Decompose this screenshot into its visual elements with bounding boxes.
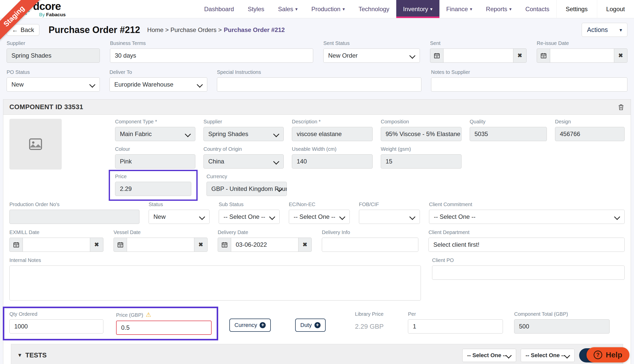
ec-non-ec-select[interactable]: -- Select One --	[289, 210, 350, 224]
nav-settings[interactable]: Settings	[556, 0, 597, 18]
per-input[interactable]: 1	[408, 319, 503, 334]
clear-icon[interactable]: ✖	[513, 48, 527, 63]
client-commitment-select[interactable]: -- Select One --	[429, 210, 625, 224]
nav-inventory-active[interactable]: Inventory▾	[396, 0, 439, 18]
per-label: Per	[408, 311, 503, 317]
clear-icon[interactable]: ✖	[614, 48, 627, 63]
exmill-date-input[interactable]	[23, 238, 90, 252]
nav-logout[interactable]: Logout	[597, 0, 634, 18]
image-icon	[28, 136, 43, 152]
po-status-select[interactable]: New	[7, 77, 100, 92]
special-instructions-input[interactable]	[217, 77, 421, 92]
price-gbp-input[interactable]: 0.5	[116, 321, 212, 335]
component-money-row: Qty Ordered 1000 Price (GBP)⚠ 0.5 Curren…	[9, 311, 625, 335]
country-of-origin-field: Country of Origin China	[203, 146, 284, 169]
notes-to-supplier-field: Notes to Supplier	[431, 69, 627, 92]
internal-notes-label: Internal Notes	[9, 257, 421, 263]
delivery-date-input[interactable]: 03-06-2022	[231, 238, 298, 252]
sent-status-field: Sent Status New Order	[323, 40, 420, 63]
calendar-icon[interactable]	[114, 238, 127, 252]
vessel-date-input[interactable]	[127, 238, 194, 252]
sub-status-select[interactable]: -- Select One --	[219, 210, 280, 224]
component-image-placeholder[interactable]	[9, 119, 62, 170]
description-field: Description * viscose elastane	[292, 119, 373, 141]
price-gbp-label: Price (GBP)⚠	[116, 311, 212, 318]
reissue-date-input[interactable]	[550, 48, 614, 63]
calendar-icon[interactable]	[430, 48, 443, 63]
quality-input: 5035	[470, 127, 547, 141]
sent-label: Sent	[430, 40, 527, 46]
help-button[interactable]: ? Help	[587, 347, 629, 362]
calendar-icon[interactable]	[537, 48, 550, 63]
clear-icon[interactable]: ✖	[90, 238, 103, 252]
sent-date-input[interactable]	[443, 48, 513, 63]
caret-down-icon: ▾	[430, 6, 433, 12]
internal-notes-field: Internal Notes	[9, 257, 421, 301]
client-po-field: Client PO	[432, 257, 625, 301]
notes-to-supplier-input[interactable]	[431, 77, 627, 92]
notes-to-supplier-label: Notes to Supplier	[431, 69, 627, 75]
plus-icon: +	[314, 322, 321, 328]
description-label: Description *	[292, 119, 373, 125]
question-mark-icon: ?	[594, 351, 602, 359]
tests-section: ▼ TESTS -- Select One -- -- Select One -…	[11, 344, 623, 364]
status-select[interactable]: New	[149, 210, 210, 224]
design-input: 456766	[555, 127, 625, 141]
client-department-input[interactable]: Select client first!	[429, 238, 625, 252]
price-input: 2.29	[115, 182, 191, 196]
calendar-icon[interactable]	[218, 238, 231, 252]
nav-styles[interactable]: Styles	[241, 0, 271, 18]
po-form-row-1: Supplier Spring Shades Business Terms 30…	[7, 40, 627, 63]
sub-status-label: Sub Status	[219, 202, 280, 207]
duty-add-button[interactable]: Duty +	[295, 319, 325, 332]
duty-button-col: Duty +	[295, 311, 325, 332]
supplier-input: Spring Shades	[7, 48, 100, 63]
fob-cif-label: FOB/CIF	[359, 202, 420, 207]
nav-technology[interactable]: Technology	[352, 0, 396, 18]
nav-dashboard[interactable]: Dashboard	[197, 0, 241, 18]
business-terms-input[interactable]: 30 days	[110, 48, 313, 63]
delivery-info-field: Delivery Info	[322, 229, 418, 252]
deliver-to-field: Deliver To Europride Warehouse	[109, 69, 207, 92]
actions-dropdown-button[interactable]: Actions ▾	[582, 23, 627, 37]
deliver-to-select[interactable]: Europride Warehouse	[109, 77, 207, 92]
trash-icon[interactable]	[617, 104, 625, 111]
nav-reports[interactable]: Reports▾	[479, 0, 518, 18]
sent-status-select[interactable]: New Order	[323, 48, 420, 63]
currency-field: Currency GBP - United Kingdom Pound	[207, 174, 287, 196]
internal-notes-textarea[interactable]	[9, 266, 421, 301]
nav-sales[interactable]: Sales▾	[271, 0, 305, 18]
fob-cif-select[interactable]	[359, 210, 420, 224]
supplier-field: Supplier Spring Shades	[7, 40, 100, 63]
quality-label: Quality	[470, 119, 547, 125]
currency-add-button[interactable]: Currency +	[229, 319, 271, 332]
nav-production[interactable]: Production▾	[305, 0, 352, 18]
client-po-input[interactable]	[432, 266, 625, 280]
calendar-icon[interactable]	[9, 238, 23, 252]
delivery-info-input[interactable]	[322, 238, 418, 252]
reissue-date-label: Re-issue Date	[537, 40, 627, 46]
clear-icon[interactable]: ✖	[194, 238, 208, 252]
breadcrumb-current: Purchase Order #212	[224, 26, 285, 33]
delivery-date-field: Delivery Date 03-06-2022 ✖	[218, 229, 312, 252]
back-arrow-icon: ←	[12, 26, 18, 34]
caret-down-icon: ▾	[295, 6, 298, 12]
country-of-origin-label: Country of Origin	[203, 146, 284, 152]
sent-field: Sent ✖	[430, 40, 527, 63]
clear-icon[interactable]: ✖	[298, 238, 312, 252]
production-order-nos-label: Production Order No's	[9, 202, 139, 207]
breadcrumb[interactable]: Home > Purchase Orders >Purchase Order #…	[147, 26, 285, 34]
nav-contacts[interactable]: Contacts	[518, 0, 556, 18]
client-department-label: Client Department	[429, 229, 625, 235]
qty-ordered-field: Qty Ordered 1000	[9, 311, 103, 335]
tests-section-header[interactable]: ▼ TESTS -- Select One -- -- Select One -…	[11, 344, 623, 364]
test-name-select[interactable]: -- Select One --	[521, 349, 575, 362]
component-row-5: EXMILL Date ✖ Vessel Date ✖	[9, 229, 625, 252]
qty-ordered-input[interactable]: 1000	[9, 319, 103, 334]
delivery-date-label: Delivery Date	[218, 229, 312, 235]
weight-field: Weight (gsm) 15	[381, 146, 462, 169]
test-type-select[interactable]: -- Select One --	[462, 349, 516, 362]
nav-finance[interactable]: Finance▾	[439, 0, 479, 18]
supplier-label: Supplier	[7, 40, 100, 46]
caret-down-icon: ▾	[509, 6, 512, 12]
